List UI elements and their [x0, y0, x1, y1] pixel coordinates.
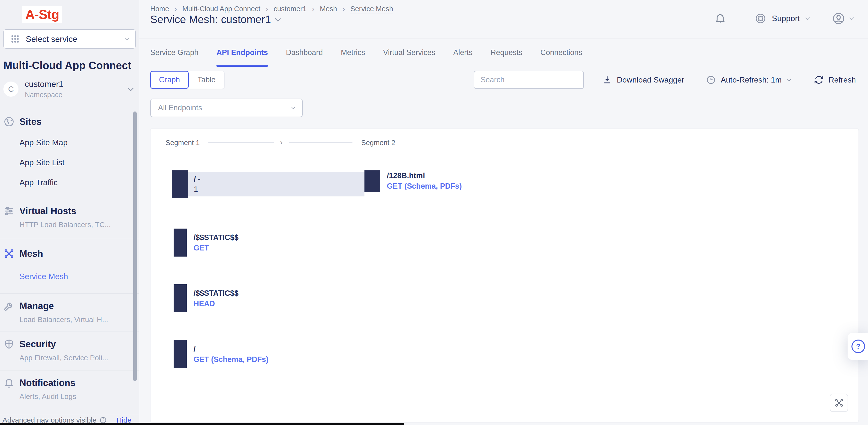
chevron-down-icon	[125, 36, 129, 40]
tab-virtual-services[interactable]: Virtual Services	[383, 48, 435, 67]
sidebar-item-virtual-hosts[interactable]: Virtual Hosts	[3, 205, 139, 217]
info-icon[interactable]	[99, 417, 107, 424]
sidebar-section-title: Manage	[20, 301, 54, 311]
download-icon	[602, 75, 612, 85]
chevron-down-icon	[849, 15, 854, 20]
segment1-node-bar[interactable]	[174, 229, 187, 257]
endpoint-filter-value: All Endpoints	[158, 104, 287, 112]
page-title: Service Mesh: customer1	[150, 13, 271, 26]
sidebar-section-notifications: Notifications Alerts, Audit Logs	[0, 370, 139, 408]
user-avatar-icon	[832, 12, 845, 25]
endpoint-labels: /128B.html GET (Schema, PDFs)	[387, 171, 462, 191]
segment-line	[208, 142, 274, 143]
breadcrumb-service-mesh[interactable]: Service Mesh	[350, 5, 393, 13]
load-balancer-icon	[3, 205, 14, 217]
tab-alerts[interactable]: Alerts	[453, 48, 472, 67]
sidebar-item-sites[interactable]: Sites	[3, 116, 139, 127]
select-service-dropdown[interactable]: Select service	[3, 29, 136, 49]
main-content: Home › Multi-Cloud App Connect › custome…	[139, 0, 868, 425]
segment2-node-bar[interactable]	[365, 170, 380, 192]
sidebar-item-notifications[interactable]: Notifications	[3, 377, 139, 389]
tab-dashboard[interactable]: Dashboard	[286, 48, 323, 67]
clock-icon	[706, 75, 716, 85]
auto-refresh-dropdown[interactable]: Auto-Refresh: 1m	[706, 75, 791, 85]
segment1-node-bar[interactable]	[174, 340, 187, 368]
refresh-button[interactable]: Refresh	[814, 75, 856, 85]
segment-line	[289, 142, 352, 143]
sidebar-section-subtitle: Load Balancers, Virtual H...	[20, 315, 139, 324]
topbar-actions: Support	[714, 9, 854, 28]
sidebar-item-app-site-list[interactable]: App Site List	[20, 158, 139, 167]
segment2-label: Segment 2	[361, 139, 395, 147]
help-button[interactable]: ?	[847, 333, 868, 360]
sidebar-item-security[interactable]: Security	[3, 339, 139, 350]
chevron-down-icon[interactable]	[275, 16, 281, 22]
tab-requests[interactable]: Requests	[491, 48, 523, 67]
segment1-node-bar[interactable]	[172, 170, 188, 198]
bell-icon	[3, 377, 14, 389]
wrench-icon	[3, 301, 14, 312]
endpooint-method-link[interactable]: GET (Schema, PDFs)	[387, 182, 462, 191]
chevron-down-icon	[128, 85, 133, 91]
breadcrumb-separator-icon: ›	[342, 4, 345, 13]
sidebar-section-manage: Manage Load Balancers, Virtual H...	[0, 293, 139, 332]
tab-connections[interactable]: Connections	[540, 48, 582, 67]
bottom-black-strip	[0, 423, 404, 425]
support-label: Support	[772, 14, 800, 23]
user-menu[interactable]	[832, 12, 854, 25]
fit-graph-button[interactable]	[830, 394, 848, 412]
breadcrumb-mesh[interactable]: Mesh	[320, 5, 337, 13]
brand-logo[interactable]: A-Stg	[22, 6, 62, 23]
sidebar-section-security: Security App Firewall, Service Poli...	[0, 332, 139, 370]
sidebar-item-mesh[interactable]: Mesh	[3, 248, 139, 259]
sidebar-item-service-mesh[interactable]: Service Mesh	[20, 272, 139, 281]
breadcrumb-multicloud[interactable]: Multi-Cloud App Connect	[182, 5, 260, 13]
namespace-type-label: Namespace	[25, 91, 124, 99]
endpoint-labels: /$$STATIC$$ HEAD	[193, 289, 239, 308]
support-menu[interactable]: Support	[755, 13, 809, 24]
breadcrumb-home[interactable]: Home	[150, 5, 169, 13]
header-divider	[139, 38, 868, 38]
lifebuoy-icon	[755, 13, 766, 24]
download-swagger-button[interactable]: Download Swagger	[602, 75, 684, 85]
view-toggle: Graph Table	[150, 71, 225, 89]
link-band[interactable]: / - 1	[188, 172, 365, 196]
namespace-selector[interactable]: C customer1 Namespace	[0, 79, 139, 106]
endpoint-labels: / GET (Schema, PDFs)	[193, 345, 269, 364]
chevron-down-icon	[787, 77, 791, 81]
endpoint-path: /$$STATIC$$	[193, 233, 239, 242]
sidebar-section-title: Security	[20, 339, 56, 349]
sidebar: A-Stg Select service Multi-Cloud App Con…	[0, 0, 139, 425]
sidebar-item-app-traffic[interactable]: App Traffic	[20, 178, 139, 187]
sidebar-scrollbar[interactable]	[133, 112, 137, 381]
link-count-label: 1	[194, 185, 365, 194]
sidebar-section-title: Virtual Hosts	[20, 206, 76, 217]
sidebar-section-subtitle: HTTP Load Balancers, TC...	[20, 221, 139, 229]
segment1-node-bar[interactable]	[174, 284, 187, 312]
endpoint-filter-dropdown[interactable]: All Endpoints	[150, 98, 303, 117]
sidebar-section-subtitle: App Firewall, Service Poli...	[20, 354, 139, 362]
toolbar: Graph Table Download Swagger	[150, 71, 856, 89]
sidebar-item-manage[interactable]: Manage	[3, 301, 139, 312]
sidebar-section-subtitle: Alerts, Audit Logs	[20, 392, 139, 401]
endpoint-labels: /$$STATIC$$ GET	[193, 233, 239, 252]
sidebar-item-app-site-map[interactable]: App Site Map	[20, 138, 139, 147]
endpoint-method-link[interactable]: HEAD	[193, 300, 239, 308]
brand-logo-wrap: A-Stg	[0, 0, 139, 23]
breadcrumb-customer1[interactable]: customer1	[274, 5, 306, 13]
graph-view-button[interactable]: Graph	[150, 71, 189, 89]
tab-api-endpoints[interactable]: API Endpoints	[216, 48, 268, 67]
page-title-row: Service Mesh: customer1	[150, 13, 280, 26]
tab-service-graph[interactable]: Service Graph	[150, 48, 198, 67]
sidebar-section-title: Sites	[20, 117, 41, 127]
endpoint-method-link[interactable]: GET	[193, 244, 239, 252]
mesh-icon	[3, 248, 14, 259]
link-path-label: / -	[194, 175, 365, 183]
endpoint-method-link[interactable]: GET (Schema, PDFs)	[193, 355, 269, 364]
shield-icon	[3, 339, 14, 350]
sidebar-nav: Sites App Site Map App Site List App Tra…	[0, 106, 139, 408]
tab-metrics[interactable]: Metrics	[341, 48, 365, 67]
table-view-button[interactable]: Table	[189, 71, 225, 89]
search-input[interactable]	[474, 71, 584, 89]
notifications-bell-icon[interactable]	[714, 12, 726, 25]
